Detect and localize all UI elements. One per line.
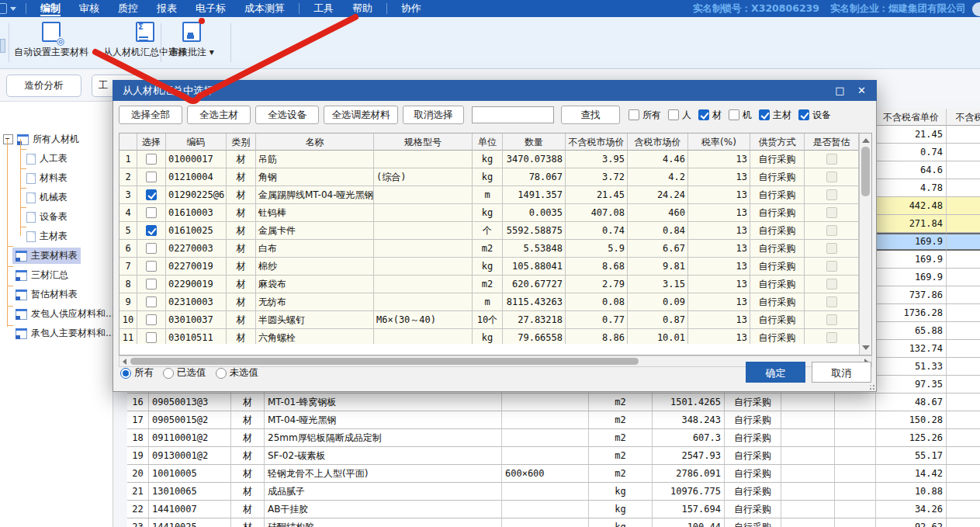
checkbox-disabled-icon[interactable] [826, 296, 837, 307]
checkbox-icon[interactable] [146, 172, 157, 182]
dialog-toolbar-button[interactable]: 取消选择 [403, 106, 464, 124]
tab-cost-analysis[interactable]: 造价分析 [6, 75, 81, 97]
checkbox-disabled-icon[interactable] [826, 332, 837, 343]
grid-row[interactable]: 1909130001@2材SF-02-碳素板m22547.93自行采购55.17 [127, 447, 980, 465]
menu-item[interactable]: 审核 [70, 0, 109, 17]
tree-item-normal[interactable]: 三材汇总 [0, 265, 113, 285]
tree-item-selected[interactable]: 主要材料表 [0, 246, 113, 265]
maximize-icon[interactable]: □ [834, 85, 846, 96]
checkbox-icon[interactable] [729, 109, 739, 120]
ribbon-button[interactable]: 审核批注 ▾ [169, 22, 214, 59]
dialog-table-row[interactable]: 501610025材金属卡件个5592.588750.740.8413自行采购 [119, 222, 859, 240]
checkbox-icon[interactable] [146, 225, 157, 236]
checkbox-icon[interactable] [146, 296, 157, 307]
radio-option[interactable]: 已选值 [163, 366, 206, 380]
radio-icon[interactable] [163, 368, 174, 379]
resize-grip[interactable] [869, 384, 874, 390]
menu-item[interactable]: 电子标 [186, 0, 235, 17]
menu-item[interactable]: 成本测算 [235, 0, 294, 17]
radio-icon[interactable] [120, 368, 131, 379]
ok-button[interactable]: 确定 [746, 362, 805, 383]
dialog-table-row[interactable]: 1003010037材半圆头螺钉M6×(30～40)10个27.832180.7… [119, 311, 859, 329]
checkbox-disabled-icon[interactable] [826, 207, 837, 218]
menu-item[interactable]: 帮助 [343, 0, 382, 17]
checkbox-disabled-icon[interactable] [826, 314, 837, 325]
find-button[interactable]: 查找 [561, 106, 620, 124]
scrollbar-thumb[interactable] [861, 147, 870, 196]
filter-item[interactable]: 机 [729, 109, 752, 122]
grid-row[interactable]: 2010010005材轻钢龙骨不上人型(平面)600×600m22786.091… [127, 465, 980, 483]
checkbox-disabled-icon[interactable] [826, 243, 837, 254]
chevron-down-icon[interactable] [10, 7, 16, 11]
radio-icon[interactable] [216, 368, 227, 379]
filter-item[interactable]: 设备 [798, 109, 831, 122]
dialog-title-bar[interactable]: 从人材机汇总中选择 □ ✕ [113, 80, 877, 101]
filter-item[interactable]: 材 [698, 109, 722, 122]
menu-item[interactable]: 编制 [31, 0, 70, 17]
scroll-up-icon[interactable] [862, 138, 870, 143]
checkbox-icon[interactable] [698, 109, 709, 120]
checkbox-icon[interactable] [146, 243, 157, 254]
checkbox-icon[interactable] [146, 332, 157, 343]
checkbox-disabled-icon[interactable] [826, 189, 837, 200]
grid-row[interactable]: 2214410007材AB干挂胶kg157.694自行采购34.26 [127, 501, 980, 518]
dialog-table-row[interactable]: 702270019材棉纱kg105.880418.689.8113自行采购 [119, 258, 859, 276]
grid-row[interactable]: 1709050015@2材MT-04-哑光黑钢m2348.243自行采购150.… [127, 411, 980, 429]
tree-child-item[interactable]: 设备表 [0, 207, 113, 227]
checkbox-icon[interactable] [146, 154, 157, 165]
dialog-toolbar-button[interactable]: 全选调差材料 [324, 106, 398, 124]
dialog-table-row[interactable]: 301290225@6材金属踢脚线MT-04-哑光黑钢m1491.35721.4… [119, 186, 859, 204]
checkbox-disabled-icon[interactable] [826, 261, 837, 272]
scroll-down-icon[interactable] [862, 345, 870, 350]
ribbon-button[interactable]: 自动设置主要材料 [14, 22, 88, 59]
checkbox-icon[interactable] [798, 109, 809, 120]
checkbox-icon[interactable] [146, 207, 157, 218]
checkbox-icon[interactable] [668, 109, 679, 120]
cancel-button[interactable]: 取消 [812, 362, 871, 383]
dialog-table-row[interactable]: 902310003材无纺布m8115.432630.080.0913自行采购 [119, 293, 859, 311]
grid-row[interactable]: 1809110001@2材25mm厚铝板隔断成品定制m2607.3自行采购125… [127, 429, 980, 447]
filter-item[interactable]: 人 [668, 109, 691, 122]
filter-item[interactable]: 主材 [759, 109, 791, 122]
dialog-table-row[interactable]: 602270003材白布m25.538485.96.6713自行采购 [119, 240, 859, 258]
tree-item-normal[interactable]: 发包人供应材料和... [0, 304, 113, 324]
grid-row[interactable]: 1609050013@3材MT-01-蜂窝钢板m21501.4265自行采购48… [127, 394, 980, 411]
dialog-table-row[interactable]: 1103010511材六角螺栓kg79.665588.8610.0113自行采购 [119, 329, 859, 344]
save-icon[interactable] [0, 3, 7, 14]
grid-row[interactable]: 2314410025材硅酮结构胶kg100.44自行采购92.62 [127, 518, 980, 527]
tree-item-normal[interactable]: 暂估材料表 [0, 285, 113, 304]
tree-child-item[interactable]: 机械表 [0, 188, 113, 207]
dialog-toolbar-button[interactable]: 选择全部 [119, 106, 182, 124]
radio-option[interactable]: 所有 [120, 366, 154, 380]
collapse-icon[interactable] [3, 134, 13, 144]
checkbox-icon[interactable] [146, 189, 157, 200]
dialog-table-row[interactable]: 201210004材角钢(综合)kg78.0673.724.213自行采购 [119, 168, 859, 186]
dialog-toolbar-button[interactable]: 全选设备 [255, 106, 319, 124]
checkbox-icon[interactable] [146, 314, 157, 325]
grid-row[interactable]: 2113010065材成品腻子kg10976.775自行采购10.88 [127, 483, 980, 501]
dialog-toolbar-button[interactable]: 全选主材 [187, 106, 251, 124]
scrollbar-thumb[interactable] [130, 358, 639, 365]
checkbox-disabled-icon[interactable] [826, 225, 837, 236]
tree-child-item[interactable]: 人工表 [0, 149, 113, 168]
tree-root-item[interactable]: 所有人材机 [0, 130, 113, 149]
tree-child-item[interactable]: 材料表 [0, 168, 113, 188]
checkbox-disabled-icon[interactable] [826, 279, 837, 290]
close-icon[interactable]: ✕ [856, 85, 867, 96]
checkbox-disabled-icon[interactable] [826, 172, 837, 182]
scroll-left-icon[interactable] [123, 359, 126, 365]
dialog-table-row[interactable]: 401610003材钍钨棒kg0.0035407.0846013自行采购 [119, 204, 859, 222]
checkbox-icon[interactable] [629, 109, 639, 120]
tree-child-item[interactable]: 主材表 [0, 227, 113, 246]
checkbox-icon[interactable] [146, 261, 157, 272]
menu-item[interactable]: 质控 [109, 0, 147, 17]
dialog-table-row[interactable]: 101000017材吊筋kg3470.073883.954.4613自行采购 [119, 151, 859, 168]
tree-item-normal[interactable]: 承包人主要材料和... [0, 324, 113, 343]
checkbox-icon[interactable] [146, 279, 157, 290]
dialog-search-input[interactable] [472, 106, 554, 123]
checkbox-icon[interactable] [759, 109, 770, 120]
menu-item[interactable]: 报表 [147, 0, 186, 17]
dialog-table-row[interactable]: 802290019材麻袋布m2620.677272.793.1513自行采购 [119, 276, 859, 293]
menu-item[interactable]: 工具 [304, 0, 343, 17]
filter-item[interactable]: 所有 [629, 109, 661, 122]
